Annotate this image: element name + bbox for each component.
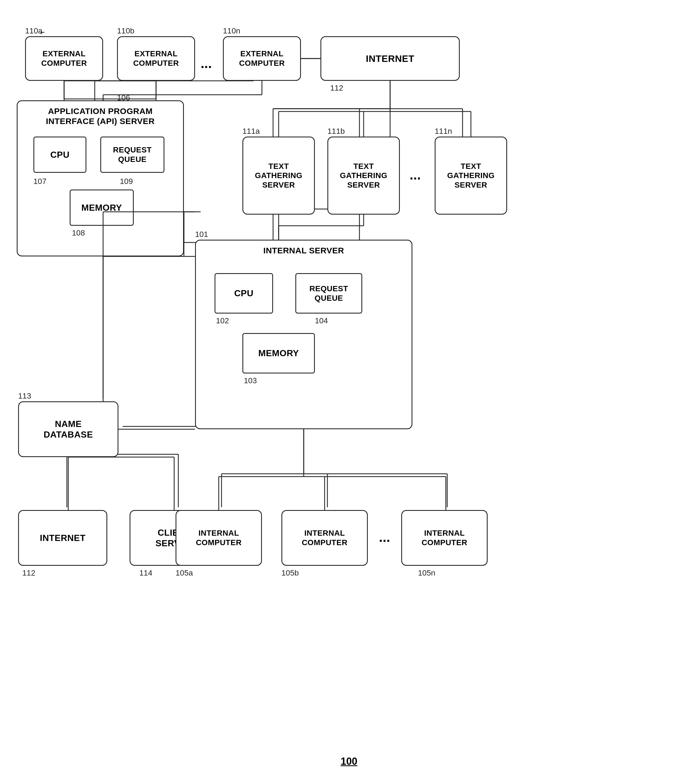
api-request-queue: REQUESTQUEUE — [100, 137, 165, 173]
ref-111b: 111b — [328, 127, 345, 136]
ref-110a: 110a — [25, 26, 42, 35]
ref-110n: 110n — [223, 26, 240, 35]
ref-102: 102 — [216, 316, 229, 325]
api-cpu: CPU — [33, 137, 86, 173]
ref-103: 103 — [244, 376, 257, 385]
external-computer-n: EXTERNALCOMPUTER — [223, 36, 301, 81]
ref-108: 108 — [72, 229, 85, 237]
ref-111n: 111n — [435, 127, 452, 136]
internet-top: INTERNET — [321, 36, 460, 81]
ref-106: 106 — [117, 93, 130, 102]
ref-113: 113 — [18, 392, 31, 400]
int-server-request-queue: REQUESTQUEUE — [295, 273, 362, 313]
ref-110b: 110b — [117, 26, 134, 35]
text-gathering-server-a: TEXTGATHERINGSERVER — [242, 137, 315, 215]
external-computer-a: EXTERNALCOMPUTER — [25, 36, 103, 81]
ref-109: 109 — [120, 177, 133, 186]
int-server-memory: MEMORY — [242, 333, 315, 374]
diagram-container: EXTERNALCOMPUTER 110a ⌐ EXTERNALCOMPUTER… — [0, 0, 698, 784]
internal-computer-n: INTERNALCOMPUTER — [401, 510, 487, 566]
ref-105b: 105b — [282, 568, 299, 578]
ref-105n: 105n — [418, 568, 435, 578]
page-number: 100 — [341, 756, 357, 767]
ref-101: 101 — [195, 230, 208, 239]
ref-114: 114 — [139, 568, 152, 578]
ref-107: 107 — [33, 177, 46, 186]
ref-111a: 111a — [242, 127, 260, 136]
internet-bottom: INTERNET — [18, 510, 107, 566]
int-server-cpu: CPU — [214, 273, 273, 313]
internal-computer-a: INTERNALCOMPUTER — [176, 510, 262, 566]
ref-105a: 105a — [176, 568, 193, 578]
text-gathering-server-b: TEXTGATHERINGSERVER — [328, 137, 400, 215]
ref-112-top: 112 — [330, 84, 343, 92]
internal-computer-b: INTERNALCOMPUTER — [282, 510, 368, 566]
name-database: NAMEDATABASE — [18, 401, 119, 457]
api-memory: MEMORY — [70, 189, 134, 226]
text-gathering-server-n: TEXTGATHERINGSERVER — [435, 137, 507, 215]
external-computer-b: EXTERNALCOMPUTER — [117, 36, 195, 81]
ref-104: 104 — [315, 316, 328, 325]
ref-112-bot: 112 — [22, 568, 35, 578]
